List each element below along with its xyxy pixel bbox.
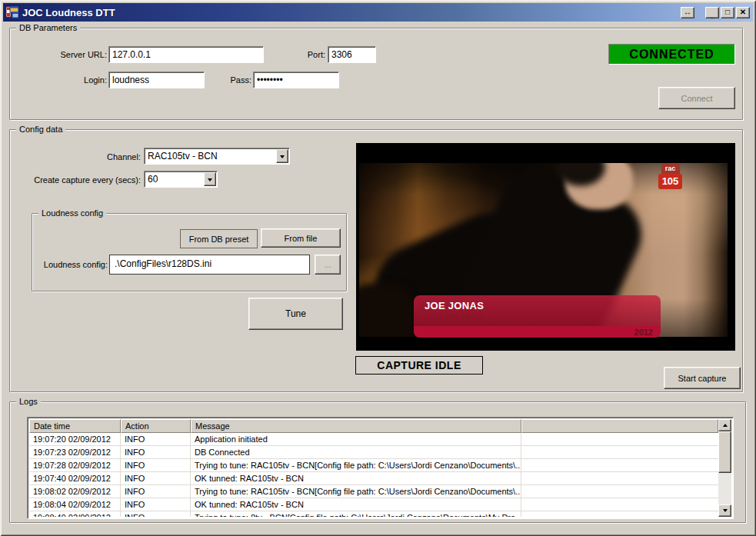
connection-status-badge: CONNECTED <box>608 44 735 65</box>
window-title: JOC Loudness DTT <box>22 7 679 18</box>
song-overlay-strip: 2012 <box>414 326 661 338</box>
table-cell: 19:07:28 02/09/2012 <box>29 459 121 471</box>
chevron-down-icon[interactable] <box>204 172 216 186</box>
table-cell: DB Connected <box>191 446 521 458</box>
from-file-button[interactable]: From file <box>261 228 341 248</box>
login-input[interactable] <box>108 72 205 88</box>
table-cell <box>521 446 718 458</box>
table-cell: 19:08:04 02/09/2012 <box>29 498 121 511</box>
logs-scrollbar[interactable] <box>718 419 731 517</box>
table-cell: INFO <box>121 485 191 498</box>
loudness-config-group-label: Loudness config <box>38 208 106 218</box>
port-label: Port: <box>285 49 325 60</box>
resize-icon[interactable]: ↔ <box>681 7 694 18</box>
db-parameters-group-label: DB Parameters <box>16 23 80 32</box>
logs-table-header: Date time Action Message <box>29 419 718 433</box>
close-button[interactable]: ✕ <box>736 7 750 18</box>
connect-button[interactable]: Connect <box>658 87 735 109</box>
pass-input[interactable] <box>253 72 339 88</box>
tune-button[interactable]: Tune <box>248 298 343 330</box>
table-cell: INFO <box>121 472 191 484</box>
form-icon <box>6 6 18 18</box>
server-url-label: Server URL: <box>18 49 107 60</box>
capture-every-value: 60 <box>148 174 158 185</box>
channel-select[interactable]: RAC105tv - BCN <box>144 148 290 165</box>
table-cell: Trying to tune: RAC105tv - BCN[Config fi… <box>191 485 521 498</box>
table-row[interactable]: 19:07:28 02/09/2012INFOTrying to tune: R… <box>29 459 718 472</box>
port-input[interactable] <box>328 46 376 63</box>
browse-button[interactable]: ... <box>315 255 341 275</box>
song-year: 2012 <box>634 328 653 337</box>
loudness-config-group: Loudness config From DB preset From file… <box>32 213 347 291</box>
table-cell: INFO <box>121 433 191 445</box>
loudness-config-label: Loudness config: <box>37 259 108 270</box>
channel-logo-top: rac <box>661 164 680 174</box>
table-cell: Trying to tune: RAC105tv - BCN[Config fi… <box>191 459 521 471</box>
capture-every-select[interactable]: 60 <box>144 171 218 188</box>
channel-logo: rac 105 <box>658 164 682 189</box>
logs-group: Logs Date time Action Message 19:07:20 0… <box>9 401 746 523</box>
scroll-down-icon[interactable] <box>718 504 731 517</box>
from-db-preset-button[interactable]: From DB preset <box>180 229 258 248</box>
table-cell: 19:07:40 02/09/2012 <box>29 472 121 484</box>
song-artist: JOE JONAS <box>425 300 484 311</box>
loudness-config-path-field[interactable]: .\ConfigFiles\r128DS.ini <box>109 255 310 275</box>
table-cell: 19:07:20 02/09/2012 <box>29 433 121 445</box>
pass-label: Pass: <box>211 75 251 85</box>
channel-value: RAC105tv - BCN <box>148 151 218 161</box>
logs-table: Date time Action Message 19:07:20 02/09/… <box>27 417 734 519</box>
table-row[interactable]: 19:07:40 02/09/2012INFOOK tunned: RAC105… <box>29 472 718 485</box>
table-cell: INFO <box>121 511 191 517</box>
table-cell: 19:08:49 02/09/2012 <box>29 511 121 517</box>
table-cell <box>521 433 718 445</box>
start-capture-button[interactable]: Start capture <box>664 367 741 389</box>
column-header-message[interactable]: Message <box>191 419 521 433</box>
table-row[interactable]: 19:08:49 02/09/2012INFOTrying to tune: 8… <box>29 511 718 517</box>
config-data-group-label: Config data <box>16 125 65 134</box>
scroll-up-icon[interactable] <box>718 419 731 431</box>
log-rows: 19:07:20 02/09/2012INFOApplication initi… <box>29 433 731 517</box>
table-cell: 19:08:02 02/09/2012 <box>29 485 121 498</box>
channel-label: Channel: <box>25 151 141 162</box>
maximize-button[interactable]: □ <box>721 7 734 18</box>
table-row[interactable]: 19:08:04 02/09/2012INFOOK tunned: RAC105… <box>29 498 718 511</box>
chevron-down-icon[interactable] <box>276 149 288 163</box>
table-cell <box>521 459 718 471</box>
table-cell: OK tunned: RAC105tv - BCN <box>191 472 521 484</box>
table-cell: Trying to tune: 8tv - BCN[Config file pa… <box>191 511 521 517</box>
config-data-group: Config data Channel: RAC105tv - BCN Crea… <box>9 129 743 392</box>
table-cell <box>521 472 718 484</box>
scrollbar-thumb[interactable] <box>718 431 731 473</box>
table-cell <box>521 485 718 498</box>
db-parameters-group: DB Parameters Server URL: Port: Login: P… <box>9 28 743 120</box>
table-row[interactable]: 19:08:02 02/09/2012INFOTrying to tune: R… <box>29 485 718 498</box>
table-cell: INFO <box>121 459 191 471</box>
table-row[interactable]: 19:07:20 02/09/2012INFOApplication initi… <box>29 433 718 446</box>
song-info-overlay: JOE JONAS See No More 2012 <box>414 295 661 338</box>
server-url-input[interactable] <box>108 46 264 63</box>
table-cell: Application initiated <box>191 433 521 445</box>
channel-logo-bottom: 105 <box>658 174 682 189</box>
table-cell <box>521 498 718 511</box>
app-window: JOC Loudness DTT ↔ _ □ ✕ DB Parameters S… <box>0 0 756 536</box>
table-cell: INFO <box>121 498 191 511</box>
capture-every-label: Create capture every (secs): <box>16 175 141 185</box>
column-header-action[interactable]: Action <box>121 419 191 433</box>
table-row[interactable]: 19:07:23 02/09/2012INFODB Connected <box>29 446 718 459</box>
column-header-filler <box>521 419 718 433</box>
table-cell: 19:07:23 02/09/2012 <box>29 446 121 458</box>
login-label: Login: <box>18 75 107 85</box>
video-preview: rac 105 JOE JONAS See No More 2012 <box>356 143 735 351</box>
minimize-button[interactable]: _ <box>705 7 719 18</box>
table-cell: INFO <box>121 446 191 458</box>
column-header-date-time[interactable]: Date time <box>29 419 121 433</box>
table-cell <box>521 511 718 517</box>
logs-group-label: Logs <box>16 397 41 406</box>
song-title: See No More <box>425 311 485 323</box>
capture-status-label: CAPTURE IDLE <box>355 356 483 375</box>
title-bar: JOC Loudness DTT ↔ _ □ ✕ <box>3 3 753 22</box>
table-cell: OK tunned: RAC105tv - BCN <box>191 498 521 511</box>
